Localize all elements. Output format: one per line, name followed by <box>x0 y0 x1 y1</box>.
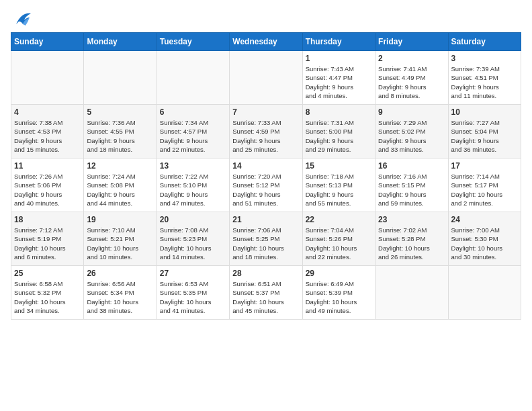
day-number: 17 <box>451 161 518 171</box>
day-info: Sunrise: 7:16 AM Sunset: 5:15 PM Dayligh… <box>378 172 445 208</box>
logo-icon <box>11 11 32 30</box>
day-number: 14 <box>232 161 299 171</box>
day-number: 1 <box>306 54 372 63</box>
weekday-header-tuesday: Tuesday <box>157 33 229 51</box>
calendar-cell: 7Sunrise: 7:33 AM Sunset: 4:59 PM Daylig… <box>230 105 302 158</box>
day-number: 4 <box>14 107 81 117</box>
calendar-table: SundayMondayTuesdayWednesdayThursdayFrid… <box>11 32 521 320</box>
calendar-cell: 16Sunrise: 7:16 AM Sunset: 5:15 PM Dayli… <box>375 158 448 212</box>
calendar-cell: 4Sunrise: 7:38 AM Sunset: 4:53 PM Daylig… <box>11 105 84 158</box>
calendar-cell: 18Sunrise: 7:12 AM Sunset: 5:19 PM Dayli… <box>11 212 84 266</box>
weekday-header-saturday: Saturday <box>448 33 521 51</box>
weekday-header-monday: Monday <box>84 33 157 51</box>
weekday-header-friday: Friday <box>375 33 448 51</box>
calendar-cell: 5Sunrise: 7:36 AM Sunset: 4:55 PM Daylig… <box>84 105 157 158</box>
day-info: Sunrise: 7:22 AM Sunset: 5:10 PM Dayligh… <box>160 172 226 208</box>
day-info: Sunrise: 7:08 AM Sunset: 5:23 PM Dayligh… <box>160 226 226 261</box>
day-number: 20 <box>160 215 226 224</box>
weekday-header-wednesday: Wednesday <box>230 33 302 51</box>
day-info: Sunrise: 7:31 AM Sunset: 5:00 PM Dayligh… <box>306 118 372 154</box>
day-number: 10 <box>451 107 518 117</box>
day-info: Sunrise: 7:27 AM Sunset: 5:04 PM Dayligh… <box>451 118 518 154</box>
day-info: Sunrise: 7:39 AM Sunset: 4:51 PM Dayligh… <box>451 64 518 100</box>
calendar-cell: 19Sunrise: 7:10 AM Sunset: 5:21 PM Dayli… <box>84 212 157 266</box>
calendar-cell: 14Sunrise: 7:20 AM Sunset: 5:12 PM Dayli… <box>230 158 302 212</box>
day-number: 13 <box>160 161 226 171</box>
day-info: Sunrise: 6:58 AM Sunset: 5:32 PM Dayligh… <box>14 279 81 315</box>
day-info: Sunrise: 7:29 AM Sunset: 5:02 PM Dayligh… <box>378 118 445 154</box>
weekday-header-thursday: Thursday <box>302 33 375 51</box>
day-number: 12 <box>87 161 153 171</box>
day-info: Sunrise: 6:49 AM Sunset: 5:39 PM Dayligh… <box>306 279 372 315</box>
calendar-cell: 15Sunrise: 7:18 AM Sunset: 5:13 PM Dayli… <box>302 158 375 212</box>
day-info: Sunrise: 7:04 AM Sunset: 5:26 PM Dayligh… <box>306 226 372 261</box>
day-info: Sunrise: 7:02 AM Sunset: 5:28 PM Dayligh… <box>378 226 445 261</box>
day-info: Sunrise: 7:14 AM Sunset: 5:17 PM Dayligh… <box>451 172 518 208</box>
weekday-header-row: SundayMondayTuesdayWednesdayThursdayFrid… <box>11 33 521 51</box>
day-number: 24 <box>451 215 518 224</box>
calendar-cell: 17Sunrise: 7:14 AM Sunset: 5:17 PM Dayli… <box>448 158 521 212</box>
day-info: Sunrise: 7:06 AM Sunset: 5:25 PM Dayligh… <box>232 226 299 261</box>
day-number: 8 <box>306 107 372 117</box>
day-info: Sunrise: 6:53 AM Sunset: 5:35 PM Dayligh… <box>160 279 226 315</box>
logo <box>11 11 35 30</box>
calendar-cell: 8Sunrise: 7:31 AM Sunset: 5:00 PM Daylig… <box>302 105 375 158</box>
calendar-cell: 23Sunrise: 7:02 AM Sunset: 5:28 PM Dayli… <box>375 212 448 266</box>
day-info: Sunrise: 7:10 AM Sunset: 5:21 PM Dayligh… <box>87 226 153 261</box>
day-info: Sunrise: 7:12 AM Sunset: 5:19 PM Dayligh… <box>14 226 81 261</box>
day-info: Sunrise: 7:26 AM Sunset: 5:06 PM Dayligh… <box>14 172 81 208</box>
day-number: 23 <box>378 215 445 224</box>
calendar-cell: 6Sunrise: 7:34 AM Sunset: 4:57 PM Daylig… <box>157 105 229 158</box>
calendar-week-5: 25Sunrise: 6:58 AM Sunset: 5:32 PM Dayli… <box>11 266 521 320</box>
day-number: 5 <box>87 107 153 117</box>
calendar-cell <box>448 266 521 320</box>
calendar-cell <box>230 51 302 105</box>
calendar-week-3: 11Sunrise: 7:26 AM Sunset: 5:06 PM Dayli… <box>11 158 521 212</box>
day-info: Sunrise: 6:51 AM Sunset: 5:37 PM Dayligh… <box>232 279 299 315</box>
day-number: 6 <box>160 107 226 117</box>
day-number: 2 <box>378 54 445 63</box>
day-number: 22 <box>306 215 372 224</box>
day-info: Sunrise: 7:34 AM Sunset: 4:57 PM Dayligh… <box>160 118 226 154</box>
day-number: 7 <box>232 107 299 117</box>
calendar-week-4: 18Sunrise: 7:12 AM Sunset: 5:19 PM Dayli… <box>11 212 521 266</box>
calendar-cell <box>84 51 157 105</box>
day-number: 25 <box>14 269 81 278</box>
calendar-cell: 10Sunrise: 7:27 AM Sunset: 5:04 PM Dayli… <box>448 105 521 158</box>
day-number: 16 <box>378 161 445 171</box>
calendar-cell <box>157 51 229 105</box>
calendar-cell: 2Sunrise: 7:41 AM Sunset: 4:49 PM Daylig… <box>375 51 448 105</box>
day-info: Sunrise: 7:00 AM Sunset: 5:30 PM Dayligh… <box>451 226 518 261</box>
day-info: Sunrise: 7:38 AM Sunset: 4:53 PM Dayligh… <box>14 118 81 154</box>
calendar-cell: 22Sunrise: 7:04 AM Sunset: 5:26 PM Dayli… <box>302 212 375 266</box>
calendar-cell: 20Sunrise: 7:08 AM Sunset: 5:23 PM Dayli… <box>157 212 229 266</box>
day-info: Sunrise: 7:33 AM Sunset: 4:59 PM Dayligh… <box>232 118 299 154</box>
calendar-cell: 1Sunrise: 7:43 AM Sunset: 4:47 PM Daylig… <box>302 51 375 105</box>
day-info: Sunrise: 7:41 AM Sunset: 4:49 PM Dayligh… <box>378 64 445 100</box>
calendar-cell: 12Sunrise: 7:24 AM Sunset: 5:08 PM Dayli… <box>84 158 157 212</box>
calendar-cell: 28Sunrise: 6:51 AM Sunset: 5:37 PM Dayli… <box>230 266 302 320</box>
calendar-week-2: 4Sunrise: 7:38 AM Sunset: 4:53 PM Daylig… <box>11 105 521 158</box>
calendar-cell <box>11 51 84 105</box>
calendar-cell: 25Sunrise: 6:58 AM Sunset: 5:32 PM Dayli… <box>11 266 84 320</box>
day-number: 11 <box>14 161 81 171</box>
day-number: 28 <box>232 269 299 278</box>
calendar-cell: 3Sunrise: 7:39 AM Sunset: 4:51 PM Daylig… <box>448 51 521 105</box>
calendar-week-1: 1Sunrise: 7:43 AM Sunset: 4:47 PM Daylig… <box>11 51 521 105</box>
calendar-cell <box>375 266 448 320</box>
day-number: 15 <box>306 161 372 171</box>
day-info: Sunrise: 7:36 AM Sunset: 4:55 PM Dayligh… <box>87 118 153 154</box>
calendar-cell: 24Sunrise: 7:00 AM Sunset: 5:30 PM Dayli… <box>448 212 521 266</box>
day-number: 21 <box>232 215 299 224</box>
calendar-cell: 27Sunrise: 6:53 AM Sunset: 5:35 PM Dayli… <box>157 266 229 320</box>
page-header <box>11 11 521 30</box>
weekday-header-sunday: Sunday <box>11 33 84 51</box>
day-number: 9 <box>378 107 445 117</box>
day-number: 19 <box>87 215 153 224</box>
day-number: 29 <box>306 269 372 278</box>
day-info: Sunrise: 7:43 AM Sunset: 4:47 PM Dayligh… <box>306 64 372 100</box>
day-number: 26 <box>87 269 153 278</box>
calendar-cell: 11Sunrise: 7:26 AM Sunset: 5:06 PM Dayli… <box>11 158 84 212</box>
day-info: Sunrise: 7:24 AM Sunset: 5:08 PM Dayligh… <box>87 172 153 208</box>
calendar-cell: 26Sunrise: 6:56 AM Sunset: 5:34 PM Dayli… <box>84 266 157 320</box>
